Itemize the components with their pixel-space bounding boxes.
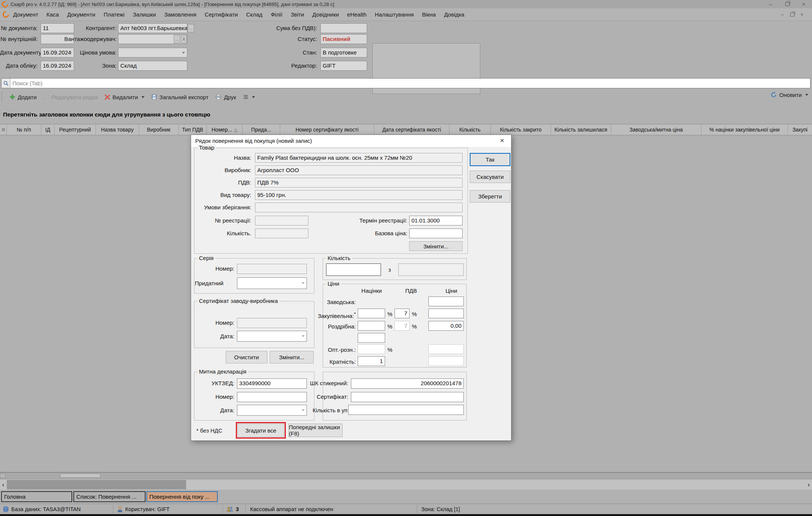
window-hscrollbar[interactable]: ‹ ›	[0, 480, 812, 490]
scroll-right-arrow[interactable]: ›	[806, 480, 812, 490]
col-npp[interactable]: № п/п	[7, 124, 41, 135]
col-qty[interactable]: Кількість	[449, 124, 491, 135]
storage-field[interactable]	[255, 203, 463, 212]
chevron-down-icon[interactable]	[302, 335, 305, 337]
window-hscrollbar-thumb[interactable]	[7, 480, 186, 489]
menu-dovidka[interactable]: Довідка	[440, 11, 469, 18]
cancel-button[interactable]: Скасувати	[470, 171, 510, 183]
close-button[interactable]: ×	[795, 0, 812, 8]
table-hscrollbar-thumb[interactable]	[60, 474, 100, 478]
purchase-vat-field[interactable]: 7	[395, 309, 410, 318]
chevron-down-icon[interactable]	[182, 52, 185, 54]
mult-price-field[interactable]	[428, 356, 464, 366]
manufacturer-field[interactable]: Агропласт ООО	[255, 165, 463, 175]
consignee-clear-button[interactable]: X	[181, 35, 187, 43]
qty-total-field[interactable]	[398, 263, 464, 276]
col-prydatnist[interactable]: Прида...	[243, 124, 280, 135]
chevron-down-icon[interactable]	[302, 282, 305, 284]
mdi-restore-button[interactable]	[787, 11, 797, 18]
base-price-field[interactable]	[409, 228, 463, 238]
menu-zvity[interactable]: Звіти	[287, 11, 308, 18]
purchase-markup-field[interactable]	[358, 309, 385, 318]
ok-button[interactable]: Так	[470, 153, 510, 166]
opt-markup-field[interactable]	[358, 344, 385, 354]
kind-field[interactable]: 95-100 грн.	[255, 190, 463, 200]
purchase-price-field[interactable]	[428, 309, 464, 318]
menu-sertyfikaty[interactable]: Сертифікати	[200, 11, 242, 18]
add-button[interactable]: Додати	[6, 91, 40, 103]
col-qty-closed[interactable]: Кількість закрито	[491, 124, 551, 135]
cert-number-field[interactable]	[237, 318, 307, 328]
scroll-left-arrow[interactable]: ‹	[0, 480, 6, 490]
col-cert-date[interactable]: Дата сертифіката якості	[374, 124, 449, 135]
contractor-field[interactable]: Апт №003 пгт.Барышевка, ул.Киев	[118, 23, 187, 33]
zone-field[interactable]: Склад	[118, 61, 187, 71]
name-field[interactable]: Family Plast бактерицидни на шолк. осн. …	[255, 153, 463, 163]
tab-holovna[interactable]: Головна	[1, 491, 72, 502]
refresh-button[interactable]: Оновити	[770, 91, 808, 98]
col-markup-pct[interactable]: % націнки закупівельної ціни	[701, 124, 788, 135]
col-number[interactable]: Номер...△	[207, 124, 243, 135]
search-input[interactable]: Поиск (Tab)	[1, 78, 810, 88]
menu-filii[interactable]: Філії	[267, 11, 287, 18]
menu-sklad[interactable]: Склад	[242, 11, 266, 18]
restore-button[interactable]	[779, 0, 795, 8]
col-purchase[interactable]: Закупі	[788, 124, 812, 135]
dialog-close-button[interactable]: ×	[498, 136, 507, 145]
menu-dokumenty[interactable]: Документи	[63, 11, 99, 18]
certificate-field[interactable]	[351, 392, 464, 402]
menu-nalashtuvannya[interactable]: Налаштування	[371, 11, 418, 18]
menu-zalyshky[interactable]: Залишки	[129, 11, 160, 18]
retail-markup-field[interactable]	[358, 321, 385, 331]
col-cert-number[interactable]: Номер сертифікату якості	[280, 124, 374, 135]
cert-change-button[interactable]: Змінити...	[270, 351, 314, 363]
extra-markup-field[interactable]	[358, 333, 385, 343]
qty-pack-field[interactable]	[348, 405, 464, 415]
retail-price-field[interactable]: 0,00	[428, 321, 464, 331]
menu-ehealth[interactable]: eHealth	[343, 11, 371, 18]
price-term-combo[interactable]	[118, 48, 187, 58]
product-change-button[interactable]: Змінити...	[409, 241, 463, 251]
delete-button[interactable]: Видалити	[101, 91, 148, 103]
col-receptury[interactable]: Рецептурний	[55, 124, 96, 135]
save-button[interactable]: Зберегти	[470, 190, 510, 203]
print-button[interactable]: Друк	[212, 91, 239, 103]
tab-povernennya-active[interactable]: Повернення від поку ...	[146, 491, 218, 502]
menu-platezhi[interactable]: Платежі	[99, 11, 129, 18]
table-hscrollbar[interactable]	[0, 472, 812, 479]
mdi-close-button[interactable]: ×	[797, 11, 807, 18]
multiplicity-field[interactable]: 1	[358, 356, 385, 366]
opt-price-field[interactable]	[428, 344, 464, 354]
cert-date-combo[interactable]	[237, 331, 307, 342]
reg-number-field[interactable]	[255, 216, 308, 225]
col-qty-left[interactable]: Кількість залишилася	[551, 124, 611, 135]
quantity-field[interactable]	[255, 228, 308, 238]
qty-input[interactable]	[326, 263, 381, 276]
vat-field[interactable]: ПДВ 7%	[255, 178, 463, 188]
clear-button[interactable]: Очистити	[226, 351, 267, 363]
menu-kasa[interactable]: Каса	[42, 11, 63, 18]
col-manufacturer[interactable]: Виробник	[139, 124, 179, 135]
consignee-picker-button[interactable]: ...	[174, 35, 180, 43]
mdi-minimize-button[interactable]: –	[777, 11, 787, 18]
contractor-picker-button[interactable]: ...	[188, 24, 194, 32]
col-factory-price[interactable]: Заводська/митна ціна	[611, 124, 701, 135]
menu-zamovlennya[interactable]: Замовлення	[160, 11, 200, 18]
col-vat-type[interactable]: Тип ПДВ	[179, 124, 207, 135]
reg-term-field[interactable]: 01.01.3000	[409, 216, 463, 225]
menu-vikna[interactable]: Вікна	[418, 11, 440, 18]
col-id[interactable]: ІД	[41, 124, 55, 135]
sticker-field[interactable]: 2060000201478	[351, 378, 464, 389]
view-options-button[interactable]	[240, 91, 258, 103]
factory-price-field[interactable]	[428, 297, 464, 306]
minimize-button[interactable]: –	[762, 0, 779, 8]
menu-dokument[interactable]: Документ	[9, 11, 42, 18]
row-menu-icon[interactable]	[0, 124, 7, 135]
toolbar-grip[interactable]	[2, 92, 4, 102]
series-valid-combo[interactable]	[237, 277, 307, 289]
tab-spysok-povernennya[interactable]: Список: Повернення ...	[73, 491, 146, 502]
recall-all-button[interactable]: Згадати все	[237, 424, 284, 437]
sum-no-vat-field[interactable]	[320, 23, 367, 33]
previous-stock-button[interactable]: Попередні залишки (F8)	[288, 424, 343, 437]
series-number-field[interactable]	[237, 264, 307, 274]
